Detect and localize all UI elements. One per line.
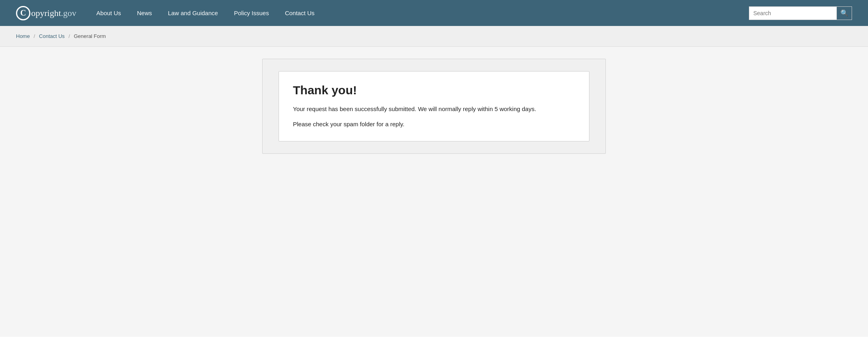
content-wrapper: Thank you! Your request has been success… (262, 59, 606, 154)
spam-notice: Please check your spam folder for a repl… (293, 119, 575, 129)
thank-you-inner: Thank you! Your request has been success… (279, 71, 589, 141)
breadcrumb: Home / Contact Us / General Form (16, 33, 852, 39)
breadcrumb-home[interactable]: Home (16, 33, 30, 39)
nav-news[interactable]: News (129, 0, 160, 26)
breadcrumb-current: General Form (74, 33, 106, 39)
search-area: 🔍 (749, 6, 852, 20)
thank-you-message: Your request has been successfully submi… (293, 104, 575, 114)
search-button[interactable]: 🔍 (837, 6, 852, 20)
breadcrumb-separator-1: / (34, 33, 35, 39)
logo-text: opyright.gov (31, 8, 76, 18)
site-header: C opyright.gov About Us News Law and Gui… (0, 0, 868, 26)
search-input[interactable] (749, 6, 837, 20)
breadcrumb-separator-2: / (69, 33, 70, 39)
main-content: Thank you! Your request has been success… (0, 47, 868, 337)
site-logo[interactable]: C opyright.gov (16, 6, 76, 20)
thank-you-title: Thank you! (293, 84, 575, 97)
breadcrumb-bar: Home / Contact Us / General Form (0, 26, 868, 47)
nav-about-us[interactable]: About Us (88, 0, 129, 26)
breadcrumb-contact-us[interactable]: Contact Us (39, 33, 65, 39)
main-nav: About Us News Law and Guidance Policy Is… (88, 0, 749, 26)
nav-contact-us[interactable]: Contact Us (277, 0, 323, 26)
logo-circle: C (16, 6, 30, 20)
nav-law-guidance[interactable]: Law and Guidance (160, 0, 226, 26)
nav-policy-issues[interactable]: Policy Issues (226, 0, 277, 26)
search-icon: 🔍 (840, 9, 848, 17)
thank-you-card: Thank you! Your request has been success… (262, 59, 606, 154)
logo-c-letter: C (20, 8, 26, 18)
